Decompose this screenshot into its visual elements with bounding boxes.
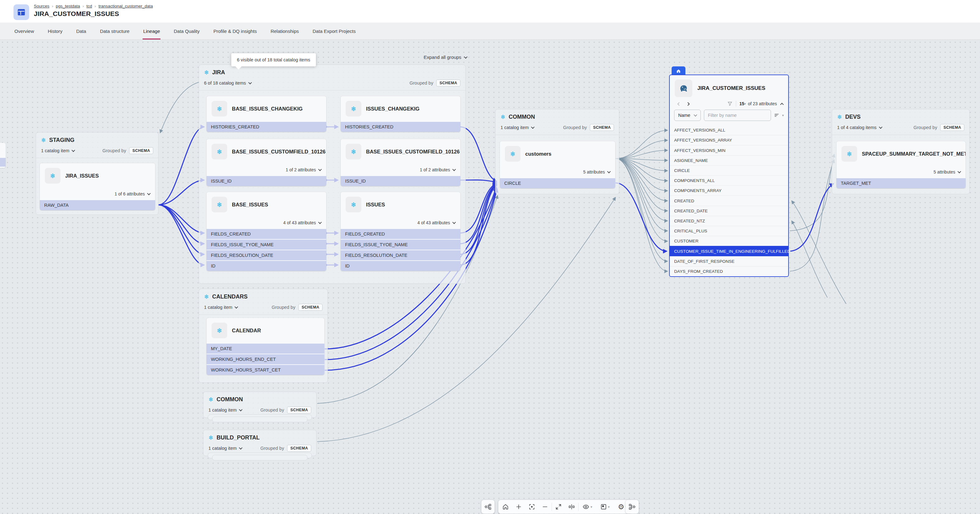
attribute-count-dropdown[interactable]: 1 of 2 attributes bbox=[207, 164, 326, 175]
attribute-row[interactable]: FIELDS_ISSUE_TYOE_NAME bbox=[207, 240, 326, 250]
group-common[interactable]: ❄COMMON 1 catalog item Grouped bySCHEMA … bbox=[495, 109, 619, 194]
schema-badge: SCHEMA bbox=[590, 124, 614, 131]
panel-attribute-row[interactable]: CIRCLE bbox=[670, 165, 788, 175]
attribute-row[interactable]: MY_DATE bbox=[207, 344, 325, 354]
attribute-row[interactable]: HISTORIES_CREATED bbox=[207, 122, 326, 132]
collapse-upstream-button[interactable] bbox=[481, 500, 495, 514]
tab-profile-dq-insights[interactable]: Profile & DQ insights bbox=[213, 22, 257, 40]
attribute-row[interactable]: FIELDS_RESOLUTION_DATE bbox=[340, 250, 460, 260]
panel-attribute-row[interactable]: AFFECT_VERSIONS_ALL bbox=[670, 125, 788, 135]
table-card-base-issues-customfield[interactable]: ❄BASE_ISSUES_CUSTOMFIELD_10126 1 of 2 at… bbox=[207, 139, 326, 186]
attribute-row[interactable]: WORKING_HOURS_END_CET bbox=[207, 354, 325, 364]
filter-field-select[interactable]: Name bbox=[674, 109, 701, 121]
table-card-base-issues[interactable]: ❄BASE_ISSUES 4 of 43 attributes FIELDS_C… bbox=[207, 192, 326, 271]
attribute-row[interactable]: CIRCLE bbox=[500, 178, 615, 188]
panel-attribute-row-selected[interactable]: CUSTOMER_ISSUE_TIME_IN_ENGINEERING_FULFI… bbox=[670, 246, 788, 256]
attribute-row[interactable]: FIELDS_RESOLUTION_DATE bbox=[207, 250, 326, 260]
breadcrumb-item[interactable]: pgs_testdata bbox=[56, 4, 80, 8]
filter-by-name-input[interactable] bbox=[704, 109, 771, 121]
attribute-count-dropdown[interactable]: 5 attributes bbox=[500, 166, 615, 178]
attribute-count-dropdown[interactable]: 4 of 43 attributes bbox=[340, 217, 460, 228]
tab-data-export-projects[interactable]: Data Export Projects bbox=[312, 22, 356, 40]
panel-attribute-row[interactable]: CRITICAL_PLUS bbox=[670, 226, 788, 236]
tab-data-structure[interactable]: Data structure bbox=[100, 22, 129, 40]
attribute-count-dropdown[interactable]: 1 of 2 attributes bbox=[340, 164, 460, 175]
zoom-in-button[interactable] bbox=[512, 500, 525, 514]
table-card-customers[interactable]: ❄customers 5 attributes CIRCLE bbox=[500, 141, 615, 188]
attribute-count-dropdown[interactable]: 4 of 43 attributes bbox=[207, 217, 326, 228]
page-next-button[interactable] bbox=[684, 101, 692, 106]
filter-funnel-icon[interactable] bbox=[727, 101, 733, 106]
breadcrumb-item[interactable]: Sources bbox=[34, 4, 49, 8]
align-horizontal-button[interactable] bbox=[565, 500, 578, 514]
panel-title: JIRA_CUSTOMER_ISSUES bbox=[697, 85, 765, 92]
zoom-out-button[interactable] bbox=[538, 500, 552, 514]
panel-attribute-row[interactable]: COMPONENTS_ALL bbox=[670, 175, 788, 186]
attribute-row[interactable]: WORKING_HOURS_START_CET bbox=[207, 365, 325, 375]
breadcrumb-item[interactable]: transactional_customer_data bbox=[99, 4, 153, 8]
tab-relationships[interactable]: Relationships bbox=[270, 22, 299, 40]
collapse-panel-chevron-icon[interactable] bbox=[780, 103, 783, 106]
group-staging[interactable]: ❄STAGING 1 catalog item Grouped bySCHEMA… bbox=[36, 132, 159, 215]
tab-data[interactable]: Data bbox=[76, 22, 86, 40]
attribute-row[interactable]: ISSUE_ID bbox=[207, 176, 326, 186]
visibility-menu-button[interactable]: ▾ bbox=[579, 500, 596, 514]
panel-attribute-row[interactable]: DAYS_FROM_CREATED bbox=[670, 266, 788, 276]
attribute-row[interactable]: FIELDS_CREATED bbox=[207, 229, 326, 239]
attribute-count-dropdown[interactable]: 5 attributes bbox=[837, 166, 966, 178]
catalog-items-dropdown[interactable]: 1 catalog item bbox=[41, 148, 75, 153]
panel-attribute-row[interactable]: COMPONENTS_ARRAY bbox=[670, 186, 788, 195]
sort-button[interactable]: ▾ bbox=[774, 113, 784, 118]
catalog-items-dropdown[interactable]: 1 catalog item bbox=[204, 305, 237, 310]
attribute-row[interactable]: ID bbox=[207, 261, 326, 271]
attribute-row[interactable]: ID bbox=[340, 261, 460, 271]
chevron-down-icon[interactable]: ▾ bbox=[745, 102, 746, 106]
tab-overview[interactable]: Overview bbox=[14, 22, 34, 40]
table-card-calendar[interactable]: ❄CALENDAR MY_DATE WORKING_HOURS_END_CET … bbox=[207, 318, 325, 375]
panel-attribute-row[interactable]: CREATED bbox=[670, 195, 788, 205]
catalog-items-dropdown[interactable]: 1 catalog item bbox=[501, 125, 534, 130]
catalog-items-dropdown[interactable]: 6 of 18 catalog items bbox=[204, 81, 251, 86]
tab-history[interactable]: History bbox=[48, 22, 63, 40]
tab-data-quality[interactable]: Data Quality bbox=[173, 22, 200, 40]
attribute-row[interactable]: FIELDS_ISSUE_TYOE_NAME bbox=[340, 240, 460, 250]
attribute-row[interactable]: ISSUE_ID bbox=[340, 176, 460, 186]
group-build-portal[interactable]: ❄BUILD_PORTAL 1 catalog item Grouped byS… bbox=[203, 430, 317, 456]
page-size-value[interactable]: 15 bbox=[739, 101, 745, 106]
fit-view-button[interactable] bbox=[552, 500, 565, 514]
home-button[interactable] bbox=[499, 500, 512, 514]
table-card-base-issues-customfield-2[interactable]: ❄BASE_ISSUES_CUSTOMFIELD_10126 1 of 2 at… bbox=[340, 139, 460, 186]
panel-attribute-row[interactable]: ASIGNEE_NAME bbox=[670, 155, 788, 165]
group-common-collapsed[interactable]: ❄COMMON 1 catalog item Grouped bySCHEMA bbox=[203, 392, 317, 418]
catalog-items-dropdown[interactable]: 1 catalog item bbox=[208, 408, 242, 412]
attribute-row[interactable]: HISTORIES_CREATED bbox=[340, 122, 460, 132]
table-card-spaceup-summary[interactable]: ❄SPACEUP_SUMMARY_TARGET_NOT_MET 5 attrib… bbox=[837, 141, 966, 188]
attribute-count-dropdown[interactable]: 1 of 6 attributes bbox=[40, 188, 155, 200]
table-card-base-issues-changekig[interactable]: ❄BASE_ISSUES_CHANGEKIG HISTORIES_CREATED bbox=[207, 96, 326, 132]
panel-attribute-row[interactable]: CUSTOMER bbox=[670, 236, 788, 246]
focus-selection-button[interactable] bbox=[525, 500, 538, 514]
panel-attribute-row[interactable]: AFFECT_VERSIONS_MIN bbox=[670, 145, 788, 155]
panel-attribute-row[interactable]: DATE_OF_FIRST_RESPONSE bbox=[670, 256, 788, 266]
page-prev-button[interactable] bbox=[675, 101, 684, 106]
table-card-issues[interactable]: ❄ISSUES 4 of 43 attributes FIELDS_CREATE… bbox=[340, 192, 460, 271]
group-devs[interactable]: ❄DEVS 1 of 4 catalog items Grouped bySCH… bbox=[832, 109, 970, 194]
panel-attribute-row[interactable]: AFFECT_VERSIONS_ARRAY bbox=[670, 135, 788, 145]
attribute-row[interactable]: TARGET_MET bbox=[837, 178, 966, 188]
group-jira[interactable]: ❄JIRA 6 of 18 catalog items Grouped bySC… bbox=[199, 65, 466, 284]
expand-all-groups-button[interactable]: Expand all groups bbox=[424, 54, 467, 60]
detail-panel-jira-customer-issues[interactable]: JIRA_CUSTOMER_ISSUES 15 ▾ of 23 attribut… bbox=[669, 75, 789, 277]
group-calendars[interactable]: ❄CALENDARS 1 catalog item Grouped bySCHE… bbox=[199, 289, 328, 383]
panel-attribute-row[interactable]: CREATED_DATE bbox=[670, 206, 788, 216]
table-card-jira-issues[interactable]: ❄ JIRA_ISSUES 1 of 6 attributes RAW_DATA bbox=[40, 163, 155, 210]
catalog-items-dropdown[interactable]: 1 of 4 catalog items bbox=[837, 125, 882, 130]
attribute-row[interactable]: RAW_DATA bbox=[40, 200, 155, 210]
tab-lineage[interactable]: Lineage bbox=[143, 22, 160, 40]
frame-menu-button[interactable]: ▾ bbox=[596, 500, 614, 514]
catalog-items-dropdown[interactable]: 1 catalog item bbox=[208, 446, 242, 451]
table-card-issues-changekig[interactable]: ❄ISSUES_CHANGEKIG HISTORIES_CREATED bbox=[340, 96, 460, 132]
attribute-row[interactable]: FIELDS_CREATED bbox=[340, 229, 460, 239]
panel-attribute-row[interactable]: CREATED_NTZ bbox=[670, 216, 788, 226]
expand-downstream-button[interactable] bbox=[625, 500, 639, 514]
breadcrumb-item[interactable]: tcd bbox=[86, 4, 92, 8]
